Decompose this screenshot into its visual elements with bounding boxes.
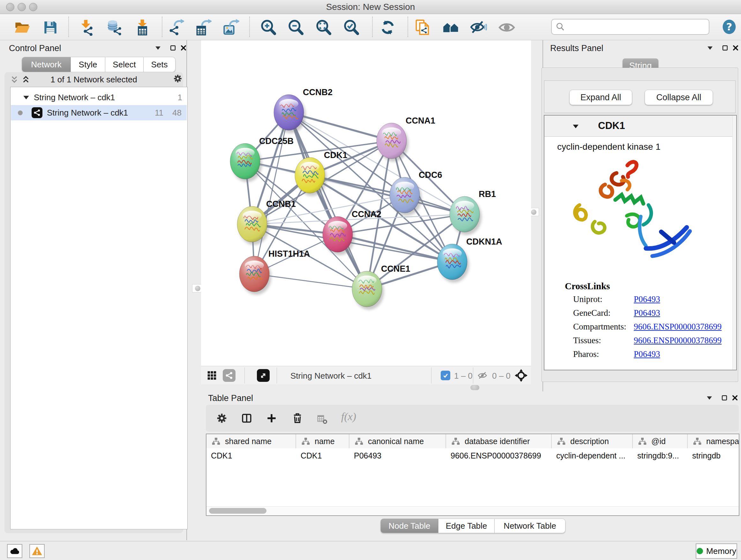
network-graph[interactable]: CCNB2CCNA1CDC25BCDK1CDC6RB1CCNB1CCNA2CDK… <box>201 40 531 366</box>
column-header-database-identifier[interactable]: database identifier <box>446 434 552 448</box>
table-cell[interactable]: 9606.ENSP00000378699 <box>446 449 552 462</box>
show-columns-icon[interactable] <box>241 413 253 425</box>
table-cell[interactable]: stringdb <box>688 449 739 462</box>
network-node-count: 11 <box>155 108 163 118</box>
birdseye-icon[interactable] <box>515 369 528 383</box>
panel-menu-icon[interactable] <box>153 43 163 53</box>
cloud-button[interactable] <box>7 544 22 558</box>
memory-button[interactable]: Memory <box>696 543 737 559</box>
table-cell[interactable]: cyclin-dependent ... <box>552 449 633 462</box>
results-scrollbar[interactable] <box>732 116 736 370</box>
show-all-button[interactable] <box>497 18 516 37</box>
divider <box>431 368 431 383</box>
table-cell[interactable]: P06493 <box>349 449 446 462</box>
new-network-from-selection-button[interactable] <box>414 18 432 37</box>
export-table-button[interactable] <box>194 18 212 37</box>
column-sort-icon <box>354 437 363 446</box>
network-options-gear-icon[interactable] <box>173 73 183 84</box>
tab-sets[interactable]: Sets <box>144 57 176 72</box>
horizontal-splitter-handle[interactable] <box>470 385 479 390</box>
crosslink-link[interactable]: P06493 <box>634 308 660 318</box>
delete-column-trash-icon[interactable] <box>291 412 304 425</box>
panel-menu-icon[interactable] <box>704 393 714 403</box>
network-row-selected[interactable]: String Network – cdk1 11 48 <box>11 105 187 120</box>
column-header-canonical-name[interactable]: canonical name <box>349 434 446 448</box>
node-RB1[interactable]: RB1 <box>450 189 496 235</box>
selected-checkbox-icon[interactable] <box>441 371 450 380</box>
table-settings-gear-icon[interactable] <box>216 413 227 425</box>
collection-expander-icon[interactable] <box>23 95 29 100</box>
grid-view-icon[interactable] <box>207 370 217 382</box>
table-cell[interactable]: CDK1 <box>296 449 349 462</box>
node-CDC6[interactable]: CDC6 <box>390 170 442 216</box>
zoom-out-button[interactable] <box>286 18 305 37</box>
column-header-namespace[interactable]: namespace <box>688 434 739 448</box>
export-image-button[interactable] <box>222 18 240 37</box>
column-header--id[interactable]: @id <box>633 434 688 448</box>
node-HIST1H1A[interactable]: HIST1H1A <box>239 249 310 295</box>
save-session-button[interactable] <box>41 18 60 37</box>
section-expander-icon[interactable] <box>572 124 579 129</box>
column-header-shared-name[interactable]: shared name <box>206 434 296 448</box>
expand-all-networks-icon[interactable] <box>21 74 30 84</box>
node-CDKN1A[interactable]: CDKN1A <box>437 237 502 283</box>
table-cell[interactable]: CDK1 <box>206 449 296 462</box>
collapse-all-button[interactable]: Collapse All <box>645 90 713 105</box>
node-CCNE1[interactable]: CCNE1 <box>352 264 410 310</box>
column-header-description[interactable]: description <box>552 434 633 448</box>
panel-close-icon[interactable] <box>179 43 188 53</box>
crosslink-link[interactable]: P06493 <box>634 349 660 359</box>
import-table-button[interactable] <box>133 18 151 37</box>
function-builder-icon[interactable]: f(x) <box>341 411 356 423</box>
column-header-name[interactable]: name <box>296 434 349 448</box>
crosslink-label: Pharos: <box>573 349 599 359</box>
first-neighbors-button[interactable] <box>442 18 460 37</box>
panel-float-icon[interactable] <box>168 43 178 53</box>
table-cell[interactable]: stringdb:9... <box>633 449 688 462</box>
tab-network-table[interactable]: Network Table <box>495 518 565 533</box>
hidden-eye-icon[interactable] <box>477 370 488 382</box>
network-collection-row[interactable]: String Network – cdk1 1 <box>11 90 187 105</box>
panel-close-icon[interactable] <box>730 393 740 403</box>
expand-all-button[interactable]: Expand All <box>569 90 632 105</box>
panel-float-icon[interactable] <box>720 43 730 53</box>
panel-float-icon[interactable] <box>720 393 729 403</box>
tab-edge-table[interactable]: Edge Table <box>439 518 495 533</box>
hide-selected-button[interactable] <box>469 18 488 37</box>
crosslink-link[interactable]: 9606.ENSP00000378699 <box>634 322 722 332</box>
tab-style[interactable]: Style <box>71 57 105 72</box>
import-network-from-database-button[interactable] <box>105 18 123 37</box>
table-hscrollbar[interactable] <box>206 506 739 515</box>
panel-close-icon[interactable] <box>731 43 740 53</box>
share-view-icon[interactable] <box>223 369 235 382</box>
zoom-fit-button[interactable] <box>314 18 333 37</box>
tab-select[interactable]: Select <box>105 57 144 72</box>
tab-network[interactable]: Network <box>22 57 71 72</box>
search-input[interactable] <box>551 19 710 35</box>
warnings-button[interactable] <box>29 544 45 558</box>
node-label-CCNB1: CCNB1 <box>266 199 296 209</box>
open-session-button[interactable] <box>13 18 31 37</box>
panel-menu-icon[interactable] <box>705 43 715 53</box>
current-network-title: String Network – cdk1 <box>290 371 372 381</box>
help-button[interactable]: ? <box>720 17 738 36</box>
collapse-all-networks-icon[interactable] <box>10 74 19 84</box>
delete-table-icon[interactable] <box>317 414 328 426</box>
crosslink-link[interactable]: P06493 <box>634 294 660 304</box>
control-panel: Control Panel Network Style Select Sets … <box>0 40 187 540</box>
tab-node-table[interactable]: Node Table <box>381 518 439 533</box>
export-network-button[interactable] <box>166 18 185 37</box>
network-canvas[interactable]: CCNB2CCNA1CDC25BCDK1CDC6RB1CCNB1CCNA2CDK… <box>201 40 531 366</box>
goto-network-icon[interactable] <box>257 369 270 382</box>
apply-layout-button[interactable] <box>379 18 397 37</box>
table-row[interactable]: CDK1CDK1P064939606.ENSP00000378699cyclin… <box>206 449 739 462</box>
create-column-plus-icon[interactable] <box>266 413 277 425</box>
zoom-in-button[interactable] <box>259 18 277 37</box>
import-network-button[interactable] <box>77 18 96 37</box>
section-header-cdk1[interactable]: CDK1 <box>544 116 736 137</box>
zoom-selected-button[interactable] <box>342 18 360 37</box>
results-panel-title: Results Panel <box>550 44 603 53</box>
column-sort-icon <box>557 437 566 446</box>
crosslink-link[interactable]: 9606.ENSP00000378699 <box>634 335 722 346</box>
hscrollbar-thumb[interactable] <box>209 508 266 514</box>
